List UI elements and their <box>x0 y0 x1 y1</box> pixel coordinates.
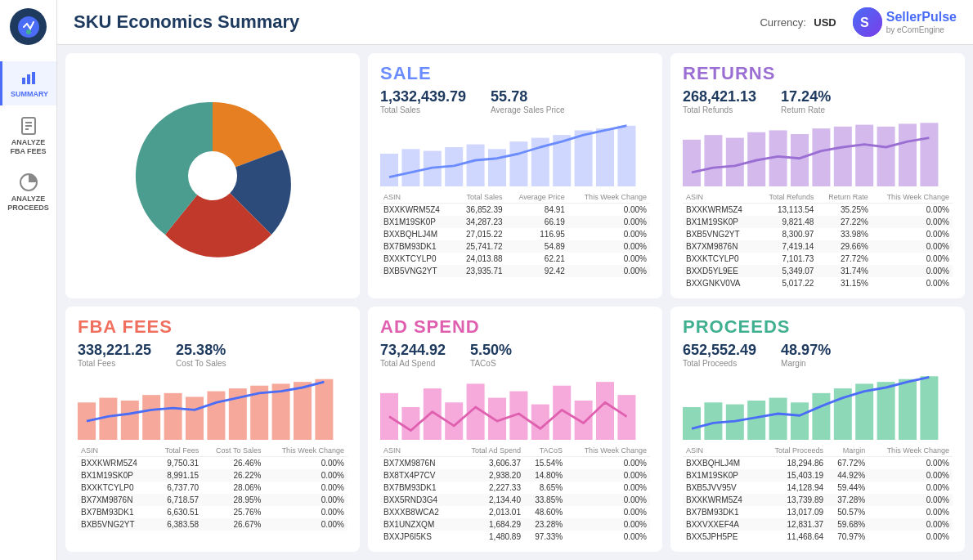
table-cell: 0.00% <box>568 204 650 217</box>
svg-rect-23 <box>596 128 614 186</box>
table-row: BX1M19SK0P34,287.2366.190.00% <box>380 216 650 228</box>
table-row: BXXD5YL9EE5,349.0731.74%0.00% <box>683 265 953 277</box>
table-cell: BXXGNKV0VA <box>683 277 756 289</box>
proceeds-stats: 652,552.49 Total Proceeds 48.97% Margin <box>683 342 953 368</box>
table-row: BXB5VNG2YT23,935.7192.420.00% <box>380 265 650 277</box>
table-cell: 27,015.22 <box>455 228 505 240</box>
table-cell: BXB5VNG2YT <box>78 518 154 531</box>
fba-fees-card: FBA FEES 338,221.25 Total Fees 25.38% Co… <box>65 307 360 552</box>
sidebar-item-proceeds[interactable]: ANALYZE PROCEEDS <box>0 166 56 219</box>
table-cell: 0.00% <box>568 253 650 265</box>
table-cell: 24,013.88 <box>455 253 505 265</box>
svg-rect-13 <box>380 154 398 186</box>
table-cell: BX1M19SK0P <box>683 469 760 482</box>
return-rate-stat: 17.24% Return Rate <box>781 88 831 114</box>
svg-rect-50 <box>401 407 419 440</box>
total-sales-label: Total Sales <box>380 105 466 114</box>
svg-rect-36 <box>920 123 938 186</box>
table-cell: 15.54% <box>524 457 566 470</box>
returns-col-rate: Return Rate <box>817 191 871 204</box>
table-cell: 27.72% <box>817 253 871 265</box>
table-cell: BXXKWRM5Z4 <box>78 457 154 470</box>
table-cell: 0.00% <box>568 216 650 228</box>
total-proceeds-value: 652,552.49 <box>683 342 756 359</box>
table-cell: BX1M19SK0P <box>380 216 455 228</box>
svg-rect-19 <box>509 141 527 186</box>
total-proceeds-stat: 652,552.49 Total Proceeds <box>683 342 756 368</box>
cost-to-sales-stat: 25.38% Cost To Sales <box>176 342 226 368</box>
table-cell: 14.80% <box>524 469 566 482</box>
table-cell: 2,938.20 <box>455 469 524 482</box>
table-cell: 92.42 <box>506 265 568 277</box>
table-cell: 31.74% <box>817 265 871 277</box>
table-cell: BXXKTCYLP0 <box>683 253 756 265</box>
pie-chart-icon <box>19 172 38 192</box>
table-cell: BX1M19SK0P <box>683 216 756 228</box>
table-cell: 23.28% <box>524 518 566 531</box>
sidebar-item-fba[interactable]: ANALYZE FBA FEES <box>0 110 56 163</box>
margin-label: Margin <box>781 359 831 368</box>
table-row: BXXKWRM5Z436,852.3984.910.00% <box>380 204 650 217</box>
table-cell: 2,227.33 <box>455 482 524 494</box>
return-rate-label: Return Rate <box>781 105 831 114</box>
table-cell: 0.00% <box>264 506 348 518</box>
svg-rect-60 <box>617 395 635 440</box>
table-cell: BXXKWRM5Z4 <box>683 494 760 506</box>
svg-rect-64 <box>747 401 765 440</box>
table-cell: 59.68% <box>827 518 868 531</box>
sale-card: SALE 1,332,439.79 Total Sales 55.78 Aver… <box>368 53 662 298</box>
pie-chart-svg <box>131 94 294 258</box>
table-cell: BXXBQHLJ4M <box>380 228 455 240</box>
table-cell: 0.00% <box>264 469 348 482</box>
table-cell: 0.00% <box>872 265 953 277</box>
table-cell: 54.89 <box>506 240 568 253</box>
sidebar-item-summary[interactable]: SUMMARY <box>0 61 56 105</box>
table-cell: 66.19 <box>506 216 568 228</box>
svg-rect-59 <box>596 382 614 440</box>
svg-rect-67 <box>812 393 830 440</box>
table-cell: BXXD5YL9EE <box>683 265 756 277</box>
table-cell: BXB5VNG2YT <box>380 265 455 277</box>
avg-price-label: Average Sales Price <box>491 105 564 114</box>
proceeds-card: PROCEEDS 652,552.49 Total Proceeds 48.97… <box>670 307 965 552</box>
table-row: BXXKWRM5Z413,739.8937.28%0.00% <box>683 494 953 506</box>
tacos-stat: 5.50% TACoS <box>470 342 512 368</box>
proceeds-title: PROCEEDS <box>683 316 953 338</box>
table-cell: 29.66% <box>817 240 871 253</box>
sale-col-asin: ASIN <box>380 191 455 204</box>
currency-value: USD <box>814 16 836 29</box>
svg-rect-71 <box>899 379 917 440</box>
table-cell: 1,684.29 <box>455 518 524 531</box>
fba-col-fees: Total Fees <box>154 445 203 457</box>
table-cell: 0.00% <box>566 469 650 482</box>
cost-to-sales-label: Cost To Sales <box>176 359 226 368</box>
table-cell: 44.92% <box>827 469 868 482</box>
total-fees-value: 338,221.25 <box>78 342 151 359</box>
cost-to-sales-value: 25.38% <box>176 342 226 359</box>
table-cell: 0.00% <box>264 494 348 506</box>
table-cell: 6,718.57 <box>154 494 203 506</box>
proceeds-col-total: Total Proceeds <box>760 445 827 457</box>
table-cell: 2,134.40 <box>455 494 524 506</box>
table-cell: 0.00% <box>868 506 953 518</box>
svg-rect-26 <box>704 135 722 186</box>
table-row: BX8TX4P7CV2,938.2014.80%0.00% <box>380 469 650 482</box>
table-cell: 33.85% <box>524 494 566 506</box>
total-ad-value: 73,244.92 <box>380 342 446 359</box>
table-cell: 0.00% <box>566 506 650 518</box>
fba-col-asin: ASIN <box>78 445 154 457</box>
table-cell: 3,606.37 <box>455 457 524 470</box>
table-row: BXXKWRM5Z413,113.5435.25%0.00% <box>683 204 953 217</box>
table-cell: BX8TX4P7CV <box>380 469 455 482</box>
avg-price-stat: 55.78 Average Sales Price <box>491 88 564 114</box>
margin-stat: 48.97% Margin <box>781 342 831 368</box>
table-row: BXX5JPH5PE11,468.6470.97%0.00% <box>683 531 953 543</box>
returns-table: ASIN Total Refunds Return Rate This Week… <box>683 191 953 289</box>
table-cell: 0.00% <box>568 228 650 240</box>
adspend-table: ASIN Total Ad Spend TACoS This Week Chan… <box>380 445 650 543</box>
sidebar: SUMMARY ANALYZE FBA FEES ANALYZE PROCE <box>0 0 57 560</box>
table-cell: 0.00% <box>868 518 953 531</box>
proceeds-col-asin: ASIN <box>683 445 760 457</box>
table-cell: 2,013.01 <box>455 506 524 518</box>
table-cell: 13,113.54 <box>756 204 817 217</box>
